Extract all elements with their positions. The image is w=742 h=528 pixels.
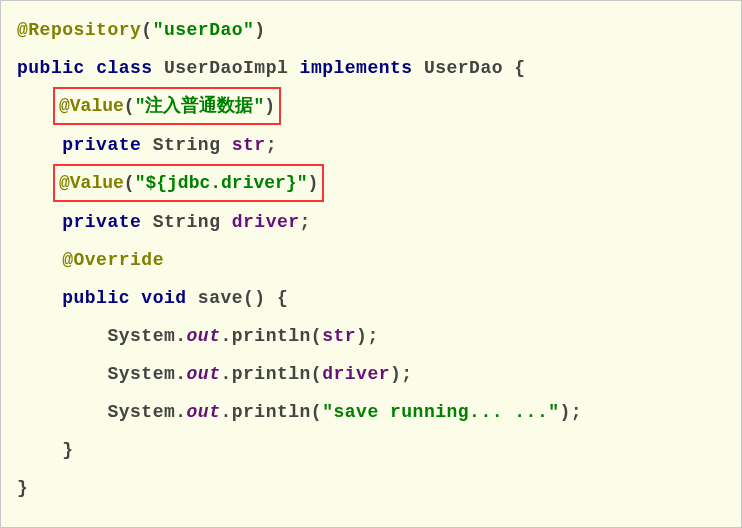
code-line-7: @Override [17, 241, 725, 279]
code-line-5: @Value("${jdbc.driver}") [17, 164, 725, 203]
code-line-1: @Repository("userDao") [17, 11, 725, 49]
end: ); [390, 364, 413, 384]
code-line-9: System.out.println(str); [17, 317, 725, 355]
println: .println( [220, 326, 322, 346]
out-field: out [187, 364, 221, 384]
interface-name: UserDao { [413, 58, 526, 78]
code-line-3: @Value("注入普通数据") [17, 87, 725, 126]
system: System. [107, 326, 186, 346]
println: .println( [220, 402, 322, 422]
code-line-4: private String str; [17, 126, 725, 164]
code-line-2: public class UserDaoImpl implements User… [17, 49, 725, 87]
field-str: str [232, 135, 266, 155]
close-brace-outer: } [17, 478, 28, 498]
keyword-void: void [130, 288, 187, 308]
arg-str: str [322, 326, 356, 346]
method-save: save() { [187, 288, 289, 308]
annotation-override: @Override [62, 250, 164, 270]
code-line-11: System.out.println("save running... ..."… [17, 393, 725, 431]
annotation-value: @Value [59, 96, 124, 116]
code-line-10: System.out.println(driver); [17, 355, 725, 393]
code-line-6: private String driver; [17, 203, 725, 241]
system: System. [107, 402, 186, 422]
code-line-8: public void save() { [17, 279, 725, 317]
paren-close: ) [264, 96, 275, 116]
indent [17, 364, 107, 384]
code-line-13: } [17, 469, 725, 507]
end: ); [356, 326, 379, 346]
type-string: String [141, 212, 231, 232]
indent [17, 212, 62, 232]
arg-string: "save running... ..." [322, 402, 559, 422]
paren-open: ( [124, 173, 135, 193]
paren-close: ) [307, 173, 318, 193]
semicolon: ; [300, 212, 311, 232]
type-string: String [141, 135, 231, 155]
field-driver: driver [232, 212, 300, 232]
semicolon: ; [266, 135, 277, 155]
keyword-public: public [62, 288, 130, 308]
system: System. [107, 364, 186, 384]
keyword-implements: implements [300, 58, 413, 78]
classname: UserDaoImpl [153, 58, 300, 78]
keyword-public: public [17, 58, 85, 78]
close-brace-inner: } [17, 440, 74, 460]
annotation-value: @Value [59, 173, 124, 193]
println: .println( [220, 364, 322, 384]
highlight-box-2: @Value("${jdbc.driver}") [53, 164, 324, 202]
indent [17, 135, 62, 155]
arg-driver: driver [322, 364, 390, 384]
keyword-private: private [62, 212, 141, 232]
keyword-class: class [96, 58, 153, 78]
code-snippet: @Repository("userDao") public class User… [0, 0, 742, 528]
paren-open: ( [141, 20, 152, 40]
indent [17, 402, 107, 422]
indent [17, 288, 62, 308]
annotation-repository: @Repository [17, 20, 141, 40]
out-field: out [187, 326, 221, 346]
string-userdao: "userDao" [153, 20, 255, 40]
string-jdbc: "${jdbc.driver}" [135, 173, 308, 193]
out-field: out [187, 402, 221, 422]
paren-open: ( [124, 96, 135, 116]
indent [17, 250, 62, 270]
end: ); [560, 402, 583, 422]
paren-close: ) [254, 20, 265, 40]
indent [17, 326, 107, 346]
keyword-private: private [62, 135, 141, 155]
code-line-12: } [17, 431, 725, 469]
string-chinese: "注入普通数据" [135, 96, 265, 116]
highlight-box-1: @Value("注入普通数据") [53, 87, 281, 125]
